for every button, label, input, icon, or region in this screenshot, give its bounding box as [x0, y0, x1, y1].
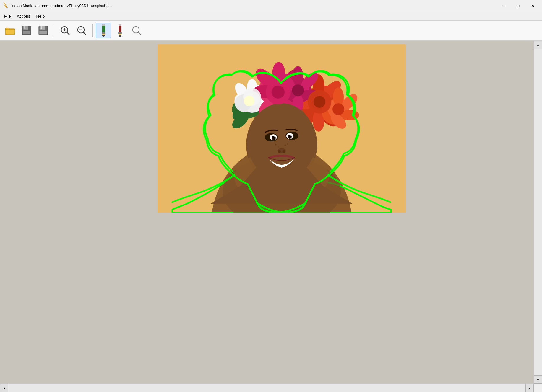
- close-button[interactable]: ✕: [526, 1, 540, 11]
- svg-point-118: [275, 144, 277, 146]
- svg-rect-22: [102, 32, 105, 34]
- svg-line-31: [138, 32, 141, 35]
- scrollbar-horizontal[interactable]: ◄ ►: [0, 384, 534, 392]
- svg-point-128: [244, 96, 254, 106]
- pencil-red-icon: [115, 24, 125, 37]
- svg-rect-6: [23, 26, 28, 30]
- scrollbar-vertical-track[interactable]: [534, 49, 542, 375]
- zoom-out-button[interactable]: [74, 23, 89, 38]
- scroll-up-arrow: ▲: [537, 43, 540, 47]
- pencil-green-icon: [98, 24, 108, 37]
- svg-point-95: [293, 66, 303, 86]
- svg-rect-8: [23, 31, 30, 34]
- svg-rect-11: [41, 26, 42, 29]
- person-image-svg: [158, 44, 406, 213]
- svg-rect-28: [119, 34, 121, 35]
- svg-rect-12: [39, 31, 47, 34]
- svg-point-107: [283, 150, 285, 153]
- title-bar-controls: − □ ✕: [496, 1, 540, 11]
- title-bar: InstantMask - autumn-goodman-vTL_qy03D1I…: [0, 0, 542, 12]
- svg-point-119: [278, 146, 279, 148]
- save-as-icon: [38, 25, 48, 35]
- open-button[interactable]: [2, 23, 18, 38]
- pencil-red-button[interactable]: [112, 23, 128, 38]
- menu-file[interactable]: File: [1, 13, 14, 20]
- save-as-button[interactable]: [35, 23, 51, 38]
- scroll-left-button[interactable]: ◄: [0, 384, 8, 392]
- zoom-in-button[interactable]: [57, 23, 73, 38]
- scroll-left-arrow: ◄: [3, 386, 6, 390]
- svg-point-92: [332, 103, 344, 115]
- scrollbar-corner: [534, 384, 542, 392]
- scroll-right-button[interactable]: ►: [525, 384, 534, 392]
- svg-point-120: [285, 145, 286, 146]
- scrollbar-horizontal-track[interactable]: [8, 384, 525, 392]
- svg-point-116: [274, 136, 275, 137]
- toolbar-separator-2: [92, 24, 93, 37]
- save-icon: [22, 25, 32, 35]
- svg-point-124: [280, 148, 282, 150]
- svg-rect-4: [5, 29, 15, 35]
- svg-point-106: [278, 150, 281, 153]
- svg-rect-7: [24, 26, 25, 29]
- folder-icon: [5, 26, 15, 35]
- zoom-in-icon: [60, 25, 70, 35]
- title-bar-left: InstantMask - autumn-goodman-vTL_qy03D1I…: [2, 2, 112, 10]
- process-button[interactable]: [129, 23, 144, 38]
- svg-point-123: [289, 141, 290, 142]
- svg-line-19: [83, 32, 86, 35]
- svg-rect-26: [119, 24, 121, 26]
- canvas-viewport[interactable]: [0, 41, 534, 384]
- svg-point-104: [248, 103, 316, 180]
- svg-rect-21: [102, 24, 105, 26]
- menu-actions[interactable]: Actions: [14, 13, 33, 20]
- svg-marker-29: [119, 35, 121, 37]
- svg-point-122: [274, 141, 275, 142]
- toolbar-separator-1: [54, 24, 54, 37]
- svg-marker-24: [102, 35, 105, 37]
- scrollbar-vertical[interactable]: ▲ ▼: [534, 41, 542, 384]
- menu-bar: File Actions Help: [0, 12, 542, 21]
- minimize-button[interactable]: −: [496, 1, 510, 11]
- toolbar: [0, 21, 542, 41]
- scroll-right-arrow: ►: [528, 386, 531, 390]
- canvas-container: ▲ ▼ ◄ ►: [0, 41, 542, 392]
- menu-help[interactable]: Help: [33, 13, 48, 20]
- maximize-button[interactable]: □: [511, 1, 525, 11]
- svg-rect-10: [40, 26, 45, 30]
- svg-line-16: [67, 32, 69, 35]
- pencil-green-button[interactable]: [96, 23, 111, 38]
- svg-point-117: [290, 135, 291, 136]
- scroll-up-button[interactable]: ▲: [534, 41, 542, 49]
- window-title: InstantMask - autumn-goodman-vTL_qy03D1I…: [11, 4, 112, 8]
- canvas-content: [158, 44, 406, 213]
- zoom-out-icon: [77, 25, 87, 35]
- process-icon: [132, 25, 142, 35]
- svg-point-132: [314, 96, 325, 108]
- svg-point-101: [292, 84, 304, 96]
- svg-rect-27: [118, 32, 122, 34]
- svg-point-130: [272, 86, 285, 99]
- save-button[interactable]: [19, 23, 34, 38]
- svg-rect-23: [102, 34, 105, 35]
- scroll-down-arrow: ▼: [537, 378, 540, 381]
- scroll-down-button[interactable]: ▼: [534, 375, 542, 384]
- photo-background: [158, 44, 406, 213]
- app-icon: [2, 2, 9, 10]
- svg-point-121: [287, 143, 288, 145]
